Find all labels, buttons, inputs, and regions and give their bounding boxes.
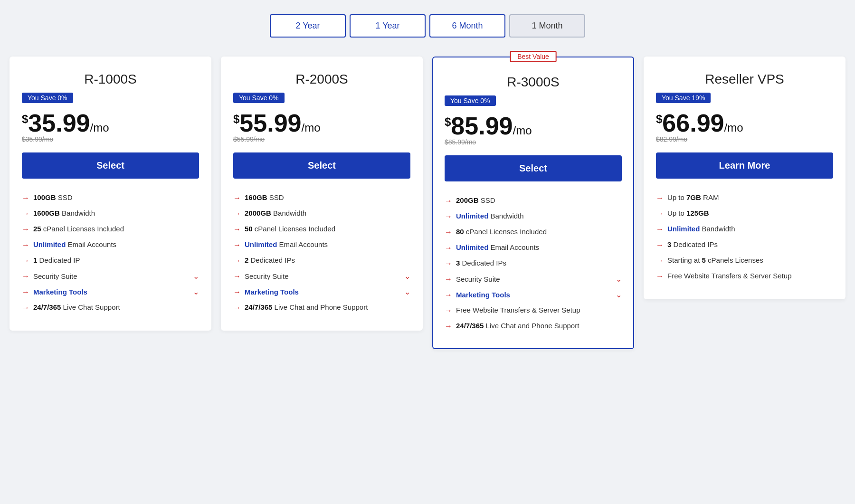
arrow-icon: → — [656, 194, 664, 202]
chevron-icon[interactable]: ⌄ — [616, 290, 622, 299]
arrow-icon: → — [22, 272, 29, 281]
chevron-icon[interactable]: ⌄ — [616, 275, 622, 284]
feature-item: → 50 cPanel Licenses Included — [233, 221, 410, 237]
feature-item: → Free Website Transfers & Server Setup — [445, 303, 622, 318]
feature-item: → 3 Dedicated IPs — [445, 256, 622, 271]
feature-text: 24/7/365 Live Chat and Phone Support — [456, 322, 622, 330]
arrow-icon: → — [22, 209, 29, 218]
plan-name: R-1000S — [22, 72, 199, 87]
plan-price-orig: $35.99/mo — [22, 135, 199, 143]
arrow-icon: → — [233, 304, 241, 312]
arrow-icon: → — [22, 241, 29, 249]
feature-item: → Security Suite⌄ — [22, 268, 199, 284]
feature-text: Free Website Transfers & Server Setup — [456, 306, 622, 314]
arrow-icon: → — [656, 209, 664, 218]
chevron-icon[interactable]: ⌄ — [404, 287, 410, 296]
plan-name: R-2000S — [233, 72, 410, 87]
feature-text: Security Suite⌄ — [245, 272, 410, 281]
feature-text: Unlimited Email Accounts — [33, 240, 199, 248]
feature-item: → Marketing Tools⌄ — [22, 284, 199, 300]
plan-price-orig: $85.99/mo — [445, 138, 622, 146]
feature-text: Security Suite⌄ — [33, 272, 199, 281]
arrow-icon: → — [233, 241, 241, 249]
feature-item: → Unlimited Email Accounts — [233, 237, 410, 253]
plan-learn-button[interactable]: Learn More — [656, 152, 833, 179]
arrow-icon: → — [656, 225, 664, 234]
feature-text: Unlimited Bandwidth — [456, 212, 622, 220]
plan-card-r-3000s: Best ValueR-3000SYou Save 0% $85.99/mo $… — [432, 57, 634, 349]
arrow-icon: → — [233, 257, 241, 265]
arrow-icon: → — [445, 197, 452, 205]
chevron-icon[interactable]: ⌄ — [193, 287, 199, 296]
feature-text: Unlimited Email Accounts — [456, 243, 622, 251]
plan-card-r-1000s: R-1000SYou Save 0% $35.99/mo $35.99/mo S… — [10, 57, 211, 331]
feature-text: 1600GB Bandwidth — [33, 209, 199, 217]
feature-text: Marketing Tools⌄ — [456, 290, 622, 299]
arrow-icon: → — [656, 272, 664, 281]
feature-text: Marketing Tools⌄ — [245, 287, 410, 296]
feature-item: → Free Website Transfers & Server Setup — [656, 268, 833, 284]
arrow-icon: → — [22, 225, 29, 234]
plan-price-orig: $55.99/mo — [233, 135, 410, 143]
feature-item: → 24/7/365 Live Chat and Phone Support — [445, 318, 622, 334]
feature-item: → Unlimited Bandwidth — [445, 209, 622, 224]
savings-badge: You Save 19% — [656, 93, 711, 103]
arrow-icon: → — [445, 306, 452, 315]
feature-text: 160GB SSD — [245, 193, 410, 201]
feature-item: → Starting at 5 cPanels Licenses — [656, 253, 833, 268]
plan-select-button[interactable]: Select — [22, 152, 199, 179]
feature-text: Security Suite⌄ — [456, 275, 622, 284]
feature-item: → 24/7/365 Live Chat and Phone Support — [233, 300, 410, 315]
plan-price: $55.99/mo — [233, 111, 410, 135]
feature-text: 2000GB Bandwidth — [245, 209, 410, 217]
arrow-icon: → — [233, 209, 241, 218]
arrow-icon: → — [445, 322, 452, 331]
arrow-icon: → — [22, 304, 29, 312]
chevron-icon[interactable]: ⌄ — [193, 272, 199, 281]
savings-badge: You Save 0% — [445, 95, 496, 106]
feature-item: → Security Suite⌄ — [445, 271, 622, 287]
feature-item: → Marketing Tools⌄ — [445, 287, 622, 303]
billing-toggle: 2 Year1 Year6 Month1 Month — [10, 14, 846, 38]
plan-card-reseller-vps: Reseller VPSYou Save 19% $66.99/mo $82.9… — [644, 57, 846, 299]
feature-text: 2 Dedicated IPs — [245, 256, 410, 264]
plan-price: $85.99/mo — [445, 114, 622, 138]
arrow-icon: → — [445, 212, 452, 221]
feature-text: Unlimited Email Accounts — [245, 240, 410, 248]
feature-item: → 3 Dedicated IPs — [656, 237, 833, 253]
arrow-icon: → — [233, 194, 241, 202]
feature-text: 100GB SSD — [33, 193, 199, 201]
savings-badge: You Save 0% — [233, 93, 285, 103]
arrow-icon: → — [445, 244, 452, 252]
feature-text: 1 Dedicated IP — [33, 256, 199, 264]
billing-option-6-month[interactable]: 6 Month — [429, 14, 505, 38]
feature-text: 3 Dedicated IPs — [456, 259, 622, 267]
feature-item: → Unlimited Email Accounts — [445, 240, 622, 256]
plan-card-r-2000s: R-2000SYou Save 0% $55.99/mo $55.99/mo S… — [221, 57, 423, 331]
feature-item: → 24/7/365 Live Chat Support — [22, 300, 199, 315]
feature-item: → 1 Dedicated IP — [22, 253, 199, 268]
plan-name: R-3000S — [445, 75, 622, 90]
billing-option-2-year[interactable]: 2 Year — [270, 14, 346, 38]
plans-grid: R-1000SYou Save 0% $35.99/mo $35.99/mo S… — [10, 57, 846, 349]
billing-option-1-year[interactable]: 1 Year — [350, 14, 426, 38]
plan-name: Reseller VPS — [656, 72, 833, 87]
plan-select-button[interactable]: Select — [233, 152, 410, 179]
arrow-icon: → — [445, 228, 452, 237]
features-list: → 200GB SSD → Unlimited Bandwidth → 80 c… — [445, 193, 622, 334]
savings-badge: You Save 0% — [22, 93, 73, 103]
feature-item: → Unlimited Email Accounts — [22, 237, 199, 253]
feature-text: 3 Dedicated IPs — [667, 240, 833, 248]
feature-text: Starting at 5 cPanels Licenses — [667, 256, 833, 264]
chevron-icon[interactable]: ⌄ — [404, 272, 410, 281]
plan-select-button[interactable]: Select — [445, 155, 622, 181]
arrow-icon: → — [22, 194, 29, 202]
feature-text: Up to 7GB RAM — [667, 193, 833, 201]
arrow-icon: → — [445, 275, 452, 284]
arrow-icon: → — [445, 291, 452, 299]
feature-item: → 2 Dedicated IPs — [233, 253, 410, 268]
billing-option-1-month[interactable]: 1 Month — [509, 14, 585, 38]
plan-price: $35.99/mo — [22, 111, 199, 135]
arrow-icon: → — [233, 272, 241, 281]
feature-item: → 100GB SSD — [22, 190, 199, 206]
